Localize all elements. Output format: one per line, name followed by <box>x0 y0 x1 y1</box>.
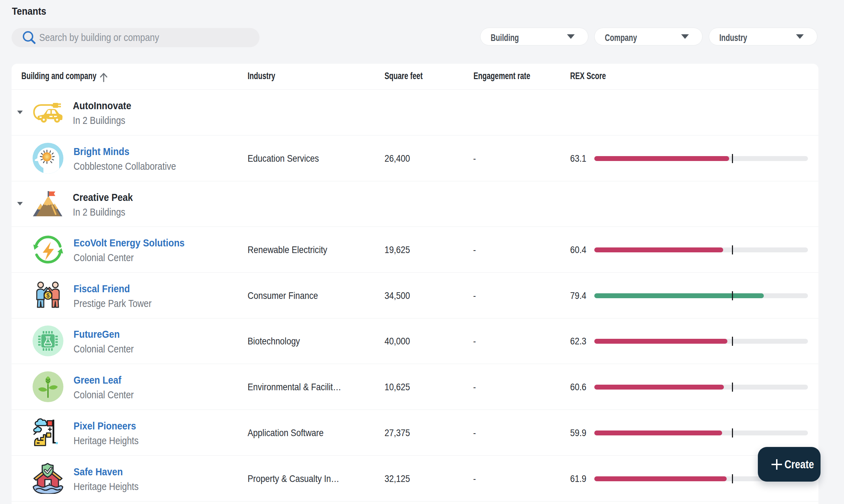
svg-text:$: $ <box>47 293 50 299</box>
